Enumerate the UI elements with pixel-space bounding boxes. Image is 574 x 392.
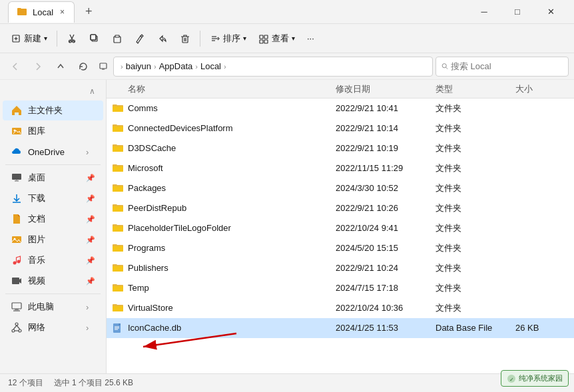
breadcrumb-separator-left: › [121, 63, 123, 71]
sidebar-gallery-label: 图库 [28, 125, 95, 137]
share-icon [157, 33, 168, 44]
svg-point-34 [15, 323, 18, 325]
forward-button[interactable] [28, 57, 48, 76]
sidebar-item-network[interactable]: 网络 › [3, 317, 103, 337]
sidebar-documents-label: 文档 [28, 213, 81, 225]
sidebar-item-gallery[interactable]: 图库 [3, 121, 103, 141]
search-input[interactable] [451, 61, 563, 71]
breadcrumb-local[interactable]: Local [200, 61, 221, 71]
rename-button[interactable] [129, 28, 150, 49]
table-row[interactable]: Packages 2024/3/30 10:52 文件夹 [107, 178, 574, 198]
view-label: 查看 [272, 33, 289, 45]
refresh-button[interactable] [73, 57, 93, 76]
table-row[interactable]: ConnectedDevicesPlatform 2022/9/21 10:14… [107, 118, 574, 138]
new-button[interactable]: 新建 ▾ [5, 28, 53, 49]
gallery-icon [11, 125, 23, 137]
scroll-up-button[interactable]: ∧ [84, 84, 101, 98]
file-name: PeerDistRepub [128, 203, 336, 213]
file-name: D3DSCache [128, 143, 336, 153]
table-row[interactable]: D3DSCache 2022/9/21 10:19 文件夹 [107, 138, 574, 158]
sidebar-item-downloads[interactable]: 下载 📌 [3, 188, 103, 208]
search-icon [441, 62, 448, 71]
col-size-header[interactable]: 大小 [515, 83, 569, 95]
sidebar-item-documents[interactable]: 文档 📌 [3, 209, 103, 229]
table-row[interactable]: Programs 2024/5/20 15:15 文件夹 [107, 238, 574, 258]
sidebar-item-pictures[interactable]: 图片 📌 [3, 230, 103, 250]
delete-button[interactable] [174, 28, 196, 49]
view-button[interactable]: 查看 ▾ [253, 28, 300, 49]
folder-icon [112, 262, 124, 274]
search-bar[interactable] [435, 57, 569, 77]
share-button[interactable] [152, 28, 173, 49]
svg-rect-29 [12, 278, 19, 284]
breadcrumb-baiyun[interactable]: baiyun [126, 61, 151, 71]
active-tab[interactable]: Local × [8, 1, 75, 23]
downloads-pin-icon: 📌 [86, 194, 95, 203]
paste-button[interactable] [107, 28, 128, 49]
sidebar-separator-2 [5, 294, 101, 294]
file-name: VirtualStore [128, 303, 336, 313]
download-icon [11, 192, 23, 204]
sidebar-item-desktop[interactable]: 桌面 📌 [3, 168, 103, 188]
sort-label: 排序 [223, 33, 240, 45]
delete-icon [180, 33, 190, 44]
sidebar-item-music[interactable]: 音乐 📌 [3, 250, 103, 270]
file-date: 2022/9/21 10:19 [336, 143, 435, 153]
breadcrumb-bar[interactable]: › baiyun › AppData › Local › [113, 57, 433, 77]
table-row[interactable]: IconCache.db 2024/1/25 11:53 Data Base F… [107, 318, 574, 338]
new-tab-button[interactable]: + [80, 5, 98, 19]
back-button[interactable] [5, 57, 25, 76]
up-button[interactable] [51, 57, 71, 76]
table-row[interactable]: Temp 2024/7/15 17:18 文件夹 [107, 278, 574, 298]
sidebar-pictures-label: 图片 [28, 234, 81, 246]
table-row[interactable]: Microsoft 2022/11/15 11:29 文件夹 [107, 158, 574, 178]
status-bar: 12 个项目 选中 1 个项目 25.6 KB [0, 373, 574, 392]
sort-button[interactable]: 排序 ▾ [204, 28, 252, 49]
col-type-header[interactable]: 类型 [435, 83, 515, 95]
music-pin-icon: 📌 [86, 256, 95, 265]
tab-label: Local [33, 7, 53, 17]
sidebar-item-home[interactable]: 主文件夹 [3, 100, 103, 120]
file-date: 2022/9/21 10:41 [336, 103, 435, 113]
file-type: 文件夹 [435, 302, 515, 314]
svg-rect-14 [264, 40, 268, 43]
display-toggle-button[interactable] [96, 57, 111, 76]
close-button[interactable]: ✕ [535, 1, 566, 23]
breadcrumb-appdata[interactable]: AppData [159, 61, 193, 71]
sidebar-item-videos[interactable]: 视频 📌 [3, 271, 103, 291]
file-name: Comms [128, 103, 336, 113]
col-name-header[interactable]: 名称 [112, 83, 336, 95]
breadcrumb-sep-1: › [154, 63, 156, 71]
back-icon [11, 62, 20, 71]
sidebar-item-onedrive[interactable]: OneDrive › [3, 142, 103, 162]
sidebar-downloads-label: 下载 [28, 192, 81, 204]
svg-point-17 [442, 64, 446, 68]
forward-icon [33, 62, 43, 71]
col-date-header[interactable]: 修改日期 [336, 83, 435, 95]
copy-button[interactable] [84, 28, 105, 49]
more-button[interactable]: ··· [302, 28, 320, 49]
table-row[interactable]: PlaceholderTileLogoFolder 2022/10/24 9:4… [107, 218, 574, 238]
watermark-icon: ✓ [507, 374, 516, 383]
more-icon: ··· [307, 33, 314, 43]
svg-line-38 [17, 325, 20, 329]
desktop-icon [11, 172, 23, 184]
sidebar-home-label: 主文件夹 [28, 104, 95, 116]
cut-button[interactable] [61, 28, 83, 49]
table-row[interactable]: PeerDistRepub 2022/9/21 10:26 文件夹 [107, 198, 574, 218]
onedrive-expand-icon: › [86, 147, 95, 156]
maximize-button[interactable]: □ [502, 1, 533, 23]
table-row[interactable]: VirtualStore 2022/10/24 10:36 文件夹 [107, 298, 574, 318]
svg-point-35 [12, 329, 15, 332]
table-row[interactable]: Comms 2022/9/21 10:41 文件夹 [107, 98, 574, 118]
file-name: ConnectedDevicesPlatform [128, 123, 336, 133]
videos-pin-icon: 📌 [86, 277, 95, 286]
minimize-button[interactable]: ─ [469, 1, 499, 23]
svg-rect-44 [119, 323, 121, 325]
sidebar-item-thispc[interactable]: 此电脑 › [3, 297, 103, 317]
sidebar-thispc-label: 此电脑 [28, 301, 81, 313]
table-row[interactable]: Publishers 2022/9/21 10:24 文件夹 [107, 258, 574, 278]
folder-tab-icon [17, 7, 27, 17]
svg-rect-13 [260, 40, 263, 43]
tab-close-btn[interactable]: × [59, 6, 66, 18]
